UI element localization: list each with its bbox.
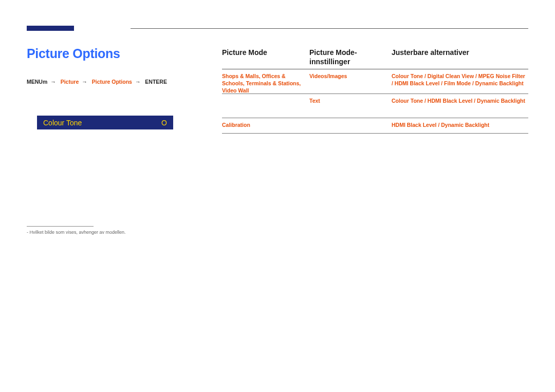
table-cell: Text xyxy=(309,94,392,118)
breadcrumb-pre: MENU xyxy=(27,79,43,85)
table-cell: Colour Tone / HDMI Black Level / Dynamic… xyxy=(392,94,528,118)
options-table: Picture Mode Shops & Malls, Offices & Sc… xyxy=(222,48,528,134)
table-cell xyxy=(222,94,309,118)
footnote-rule xyxy=(27,226,94,227)
menu-item-label: Colour Tone xyxy=(43,119,82,127)
table-cell: Shops & Malls, Offices & Schools, Termin… xyxy=(222,69,309,94)
footnote: Hvilket bilde som vises, avhenger av mod… xyxy=(27,230,222,235)
menu-item-value: O xyxy=(161,119,167,127)
breadcrumb-item-2: Picture Options xyxy=(92,79,132,85)
menu-row-colour-tone[interactable]: Colour Tone O xyxy=(37,116,173,129)
table-cell: Videos/Images xyxy=(309,69,392,94)
table-cell: HDMI Black Level / Dynamic Backlight xyxy=(392,118,528,134)
table-header-picture-mode: Picture Mode xyxy=(222,48,309,69)
page-title: Picture Options xyxy=(27,46,222,61)
table-cell xyxy=(309,118,392,134)
table-header-settings: Picture Mode-innstillinger xyxy=(309,48,392,69)
breadcrumb: MENUm→ Picture→ Picture Options→ ENTERE xyxy=(27,79,222,85)
table-header-alternatives: Justerbare alternativer xyxy=(392,48,528,69)
table-cell: Colour Tone / Digital Clean View / MPEG … xyxy=(392,69,528,94)
top-rule xyxy=(131,28,528,29)
breadcrumb-item-1: Picture xyxy=(61,79,79,85)
breadcrumb-post: ENTER xyxy=(145,79,163,85)
accent-block xyxy=(27,26,74,31)
table-cell: Calibration xyxy=(222,118,309,134)
